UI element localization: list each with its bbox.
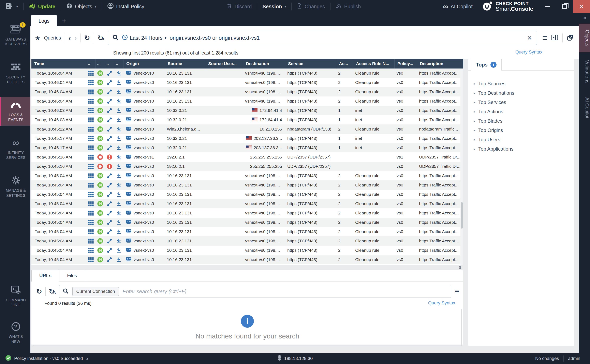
- new-tab-button[interactable]: +: [57, 17, 71, 26]
- cell-access-rule: Cleanup rule: [353, 124, 394, 134]
- sidebar-item-infinity[interactable]: ∞ INFINITYSERVICES: [0, 135, 30, 163]
- minimize-button[interactable]: [539, 0, 556, 13]
- log-table-row[interactable]: Today, 10:45:04 AM vsnext-vs0 10.16.23.1…: [31, 255, 463, 264]
- tops-item-top-users[interactable]: ▸ Top Users: [474, 137, 574, 142]
- current-connection-chip[interactable]: Current Connection: [72, 287, 119, 296]
- policy-status[interactable]: Policy installation - vs0 Succeeded ▲: [0, 355, 89, 362]
- bottom-search-input[interactable]: [123, 288, 448, 295]
- install-policy-button[interactable]: Install Policy: [102, 0, 150, 13]
- log-table-row[interactable]: Today, 10:45:04 AM vsnext-vs0 10.16.23.1…: [31, 227, 463, 236]
- query-search-box[interactable]: Last 24 Hours ▾ origin:vsnext-vs0 or ori…: [108, 31, 537, 45]
- log-table-row[interactable]: Today, 10:45:04 AM vsnext-vs0 10.16.23.1…: [31, 190, 463, 199]
- side-tab-validations[interactable]: Validations: [579, 54, 590, 90]
- discard-button[interactable]: Discard: [221, 0, 257, 13]
- log-table-row[interactable]: Today, 10:45:04 AM vsnext-vs0 10.16.23.1…: [31, 236, 463, 246]
- panel-expander-icon[interactable]: ⇕: [458, 265, 462, 270]
- sidebar-item-security[interactable]: SECURITYPOLICIES: [0, 59, 30, 88]
- close-button[interactable]: ✕: [573, 0, 590, 13]
- log-table-row[interactable]: Today, 10:45:04 AM vsnext-vs0 10.16.23.1…: [31, 246, 463, 255]
- log-table-row[interactable]: Today, 10:46:04 AM vsnext-vs0 10.16.23.1…: [31, 78, 463, 87]
- objects-menu-button[interactable]: Objects ▾: [61, 0, 102, 13]
- sidebar-item-command[interactable]: COMMANDLINE: [0, 282, 30, 311]
- log-table-row[interactable]: Today, 10:45:04 AM vsnext-vs0 10.16.23.1…: [31, 180, 463, 190]
- refresh-button[interactable]: ↻: [84, 34, 90, 41]
- open-new-window-icon[interactable]: [567, 34, 574, 42]
- tops-item-top-origins[interactable]: ▸ Top Origins: [474, 128, 574, 133]
- tops-item-top-services[interactable]: ▸ Top Services: [474, 100, 574, 105]
- column-header[interactable]: Origin: [124, 59, 165, 69]
- bottom-auto-refresh-button[interactable]: ↻A: [49, 288, 56, 295]
- log-table-row[interactable]: Today, 10:45:16 AM vsnext-vs1 192.0.2.1 …: [31, 152, 463, 162]
- changes-button[interactable]: Changes: [292, 0, 330, 13]
- cell-time: Today, 10:45:04 AM: [31, 208, 86, 218]
- tops-item-top-destinations[interactable]: ▸ Top Destinations: [474, 90, 574, 96]
- tops-info-icon[interactable]: i: [491, 62, 497, 68]
- log-table-row[interactable]: Today, 10:45:04 AM vsnext-vs0 10.16.23.1…: [31, 171, 463, 180]
- bottom-options-icon[interactable]: ≡: [455, 288, 459, 295]
- auto-refresh-button[interactable]: ↻A: [98, 34, 105, 41]
- sidebar-item-manage[interactable]: MANAGE &SETTINGS: [0, 173, 30, 201]
- ai-copilot-button[interactable]: ∞ AI Copilot: [438, 0, 478, 13]
- log-table-row[interactable]: Today, 10:46:03 AM vsnext-vs0 10.32.0.21…: [31, 115, 463, 124]
- column-header[interactable]: Destination: [243, 59, 285, 69]
- column-header[interactable]: Access Rule N...: [353, 59, 394, 69]
- session-menu-button[interactable]: Session ▾: [257, 0, 292, 13]
- log-table-row[interactable]: Today, 10:45:04 AM vsnext-vs0 10.16.23.1…: [31, 218, 463, 227]
- query-input[interactable]: origin:vsnext-vs0 or origin:vsnext-vs1: [170, 35, 523, 41]
- log-table-row[interactable]: Today, 10:45:22 AM vsnext-vs0 Win23.hele…: [31, 124, 463, 134]
- scrollbar-thumb[interactable]: [461, 202, 463, 229]
- column-header[interactable]: ..: [114, 59, 124, 69]
- tab-logs[interactable]: Logs: [31, 15, 57, 26]
- maximize-button[interactable]: [556, 0, 573, 13]
- log-table-row[interactable]: Today, 10:46:03 AM vsnext-vs0 10.32.0.21…: [31, 106, 463, 115]
- column-header[interactable]: ..: [105, 59, 114, 69]
- bottom-refresh-button[interactable]: ↻: [36, 288, 42, 295]
- side-tab-ai-copilot[interactable]: AI Copilot: [579, 91, 590, 124]
- table-scrollbar[interactable]: [460, 69, 463, 265]
- column-header[interactable]: ..: [86, 59, 96, 69]
- collapse-panel-icon[interactable]: ‹‹: [583, 13, 585, 24]
- tops-item-top-sources[interactable]: ▸ Top Sources: [474, 81, 574, 86]
- query-syntax-link[interactable]: Query Syntax: [515, 49, 542, 55]
- query-options-icon[interactable]: ≡: [542, 35, 547, 41]
- sidebar-item-gateways[interactable]: 1 GATEWAYS& SERVERS: [0, 21, 30, 50]
- tops-item-top-applications[interactable]: ▸ Top Applications: [474, 146, 574, 152]
- toggle-side-panel-icon[interactable]: [551, 35, 558, 41]
- tops-item-top-blades[interactable]: ▸ Top Blades: [474, 118, 574, 124]
- time-range-dropdown[interactable]: Last 24 Hours ▾: [122, 34, 166, 42]
- column-header[interactable]: Service: [285, 59, 336, 69]
- log-table-row[interactable]: Today, 10:46:04 AM vsnext-vs0 10.16.23.1…: [31, 87, 463, 97]
- bottom-tab-files[interactable]: Files: [59, 270, 85, 281]
- column-header[interactable]: Source User...: [205, 59, 243, 69]
- log-table-row[interactable]: Today, 10:45:04 AM vsnext-vs0 10.16.23.1…: [31, 199, 463, 208]
- log-table-row[interactable]: Today, 10:45:16 AM vsnext-vs0 192.0.2.1 …: [31, 162, 463, 171]
- log-table-row[interactable]: Today, 10:45:17 AM vsnext-vs0 10.32.0.21…: [31, 134, 463, 143]
- sidebar-item-what-s[interactable]: ? WHAT'SNEW: [0, 319, 30, 347]
- logged-in-user[interactable]: admin: [564, 356, 585, 361]
- column-header[interactable]: Policy...: [394, 59, 417, 69]
- bottom-tab-urls[interactable]: URLs: [31, 270, 59, 282]
- clear-query-icon[interactable]: ×: [526, 34, 532, 42]
- publish-button[interactable]: Publish: [330, 0, 366, 13]
- column-header[interactable]: Description: [417, 59, 463, 69]
- tops-item-top-actions[interactable]: ▸ Top Actions: [474, 109, 574, 114]
- update-button[interactable]: Update: [24, 0, 61, 13]
- column-header[interactable]: Time: [31, 59, 86, 69]
- bottom-search-box[interactable]: Current Connection: [59, 285, 451, 298]
- queries-button[interactable]: Queries: [44, 35, 61, 41]
- log-table-row[interactable]: Today, 10:45:17 AM vsnext-vs0 10.32.0.21…: [31, 143, 463, 152]
- forward-arrow-button[interactable]: ›: [74, 34, 77, 41]
- log-table-row[interactable]: Today, 10:46:04 AM vsnext-vs0 10.16.23.1…: [31, 69, 463, 78]
- log-table-row[interactable]: Today, 10:46:04 AM vsnext-vs0 10.16.23.1…: [31, 97, 463, 106]
- sidebar-item-logs[interactable]: LOGS &EVENTS: [0, 97, 30, 126]
- back-arrow-button[interactable]: ‹: [69, 34, 71, 41]
- main-menu-button[interactable]: ▾: [0, 0, 23, 13]
- column-header[interactable]: Ac...: [336, 59, 353, 69]
- favorite-queries-icon[interactable]: ★: [35, 34, 40, 42]
- tab-tops[interactable]: Tops i: [471, 59, 502, 71]
- log-table-row[interactable]: Today, 10:45:04 AM vsnext-vs0 10.16.23.1…: [31, 208, 463, 218]
- column-header[interactable]: ..: [96, 59, 105, 69]
- side-tab-objects[interactable]: Objects: [579, 24, 590, 52]
- column-header[interactable]: Source: [165, 59, 205, 69]
- bottom-query-syntax-link[interactable]: Query Syntax: [428, 300, 455, 306]
